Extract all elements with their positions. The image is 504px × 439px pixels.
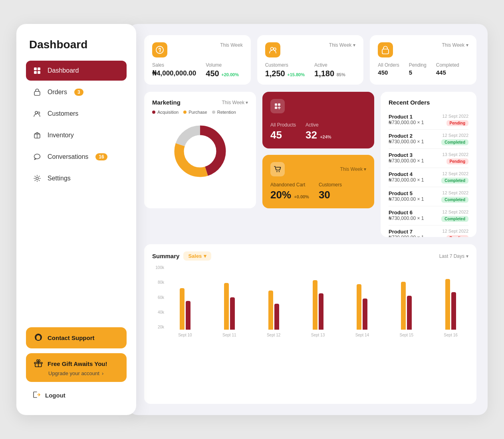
order-date: 13 Sept 2022 [442,152,468,157]
orders-badge: 3 [74,89,83,96]
sidebar-nav: Dashboard Orders 3 [26,61,127,318]
conversations-badge: 16 [95,153,107,160]
sidebar-item-customers[interactable]: Customers [26,104,127,124]
sidebar-item-conversations[interactable]: Conversations 16 [26,147,127,167]
recent-orders-title: Recent Orders [389,99,468,106]
active-products-label: Active [306,122,331,128]
svg-point-6 [38,112,40,114]
order-item: Product 1 ₦730,000.00 × 1 12 Sept 2022 P… [389,111,468,130]
bar-red [274,304,279,330]
marketing-title: Marketing [152,99,181,106]
sidebar-item-label-conversations: Conversations [48,153,88,160]
y-label-60k: 60k [152,295,164,300]
order-status-badge: Completed [441,197,468,203]
order-item: Product 3 ₦730,000.00 × 1 13 Sept 2022 P… [389,149,468,168]
pending-value: 5 [409,69,427,76]
gift-icon [34,359,43,369]
svg-rect-11 [36,338,37,340]
box-icon [32,131,42,140]
order-date: 12 Sept 2022 [442,114,468,119]
order-amount: ₦730,000.00 × 1 [389,120,424,125]
y-label-20k: 20k [152,325,164,329]
order-amount: ₦730,000.00 × 1 [389,196,424,202]
volume-label: Volume [206,62,239,68]
order-status-badge: Pending [446,120,468,126]
svg-rect-25 [275,107,277,109]
sales-period[interactable]: This Week [220,42,242,48]
order-date: 12 Sept 2022 [442,210,468,214]
sidebar-item-settings[interactable]: Settings [26,168,127,188]
users-icon [32,109,42,119]
order-amount: ₦730,000.00 × 1 [389,216,424,221]
bar-group: Sept 16 [433,274,468,337]
bar-red [451,292,456,330]
bar-yellow [268,291,273,330]
free-gift-subtitle: Upgrade your account › [34,370,103,376]
summary-sales-tab[interactable]: Sales ▾ [183,251,211,261]
order-status-badge: Completed [441,216,468,222]
completed-label: Completed [436,62,459,68]
products-cart-col: All Products 45 Active 32 +24% [262,92,374,208]
svg-rect-12 [40,338,42,340]
pending-label: Pending [409,62,427,68]
headphones-icon [34,333,43,343]
order-amount: ₦730,000.00 × 1 [389,158,424,164]
abandoned-label: Abandoned Cart [270,182,309,188]
bar-label: Sept 12 [267,333,280,337]
order-name: Product 1 [389,114,424,120]
logout-icon [32,391,40,400]
order-amount: ₦730,000.00 × 1 [389,235,424,237]
sidebar-item-inventory[interactable]: Inventory [26,125,127,145]
orders-stat-card: This Week ▾ All Orders 450 Pending 5 Com… [370,35,476,85]
svg-rect-0 [34,67,37,70]
bar-yellow [357,284,361,330]
logout-button[interactable]: Logout [26,387,127,404]
svg-point-5 [35,111,38,114]
bar-chart: Sept 10 Sept 11 Sept 12 Sept 13 [167,265,468,337]
customers-icon-wrap [265,42,280,57]
y-label-40k: 40k [152,310,164,314]
svg-point-17 [274,48,276,50]
abandoned-value: 20% +0.00% [270,189,309,201]
order-amount: ₦730,000.00 × 1 [389,177,424,183]
bar-red [363,299,367,330]
orders-list: Product 1 ₦730,000.00 × 1 12 Sept 2022 P… [389,111,468,237]
marketing-period[interactable]: This Week ▾ [222,100,248,105]
sidebar-item-dashboard[interactable]: Dashboard [26,61,127,81]
recent-orders-panel: Recent Orders Product 1 ₦730,000.00 × 1 … [381,92,476,237]
bar-label: Sept 16 [444,333,457,337]
order-name: Product 4 [389,171,424,177]
orders-period[interactable]: This Week ▾ [442,42,468,48]
free-gift-top: Free Gift Awaits You! [34,359,107,369]
sales-stat-card: This Week Sales ₦4,000,000.00 Volume 450… [144,35,251,85]
chat-icon [32,152,42,162]
sidebar-item-orders[interactable]: Orders 3 [26,82,127,102]
chart-container: 100k 80k 60k 40k 20k Sept 10 Sept 11 [152,265,468,337]
contact-support-label: Contact Support [48,334,95,341]
customers-period[interactable]: This Week ▾ [329,42,355,48]
svg-rect-3 [38,71,40,74]
svg-rect-18 [382,49,389,54]
bar-group: Sept 12 [256,274,292,337]
summary-period[interactable]: Last 7 Days ▾ [439,253,468,259]
order-name: Product 7 [389,229,424,235]
contact-support-button[interactable]: Contact Support [26,327,127,348]
order-name: Product 6 [389,210,424,216]
svg-point-26 [276,171,278,172]
bar-red [230,297,235,330]
order-name: Product 5 [389,190,424,196]
order-item: Product 6 ₦730,000.00 × 1 12 Sept 2022 C… [389,206,468,225]
legend-purchase: Purchase [183,110,207,115]
free-gift-button[interactable]: Free Gift Awaits You! Upgrade your accou… [26,353,127,382]
order-item: Product 2 ₦730,000.00 × 1 12 Sept 2022 C… [389,130,468,149]
product-icon-wrap [270,99,285,113]
order-date: 12 Sept 2022 [442,229,468,233]
all-products-label: All Products [270,122,296,128]
order-name: Product 2 [389,133,424,139]
bag-icon [32,87,42,97]
marketing-card: Marketing This Week ▾ Acquisition Purcha… [144,92,256,208]
bar-label: Sept 14 [355,333,369,337]
cart-period[interactable]: This Week ▾ [340,166,366,172]
order-item: Product 7 ₦730,000.00 × 1 12 Sept 2022 P… [389,225,468,237]
completed-value: 445 [436,69,459,76]
